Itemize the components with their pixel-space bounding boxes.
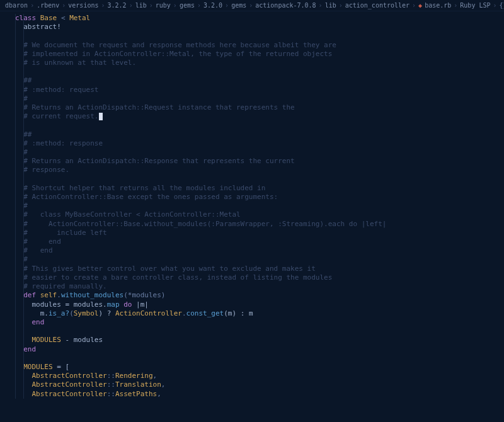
comment: # easier to create a bare controller cla… <box>23 273 332 282</box>
breadcrumb-sep: › <box>249 2 253 9</box>
comma: , <box>161 380 166 389</box>
comment: # Shortcut helper that returns all the m… <box>23 184 265 192</box>
crumb-actioncontroller[interactable]: action_controller <box>345 2 410 9</box>
keyword: end <box>23 345 36 353</box>
text-cursor <box>99 113 103 120</box>
comma: , <box>153 372 158 380</box>
class-name: Symbol <box>74 309 99 317</box>
breadcrumb-sep: › <box>149 2 153 9</box>
self: self <box>40 291 57 299</box>
breadcrumb-sep: › <box>30 2 34 9</box>
class-name: Base <box>40 14 57 22</box>
class-name: AbstractController <box>32 372 107 380</box>
code-text: modules = modules. <box>32 300 107 309</box>
breadcrumb-sep: › <box>412 2 416 9</box>
class-name: ActionController <box>115 309 182 317</box>
comment: # response. <box>23 166 69 174</box>
crumb-versions[interactable]: versions <box>68 2 98 9</box>
breadcrumb-sep: › <box>129 2 133 9</box>
comment: # This gives better control over what yo… <box>23 265 316 273</box>
comment: # include left <box>23 229 106 237</box>
method-name: without_modules <box>61 291 123 299</box>
breadcrumb-sep: › <box>62 2 66 9</box>
ruby-file-icon: ◆ <box>418 2 422 9</box>
class-name: AbstractController <box>32 390 107 398</box>
comment: # ActionController::Base.without_modules… <box>23 220 386 228</box>
class-name: AbstractController <box>32 380 107 389</box>
code-editor[interactable]: class Base < Metal abstract! # We docume… <box>0 11 504 399</box>
breadcrumb-sep: › <box>493 2 497 9</box>
code-text: - modules <box>61 336 103 344</box>
comment: # current request. <box>23 112 98 120</box>
class-name: AssetPaths <box>115 390 157 398</box>
keyword: do <box>123 300 132 309</box>
comment: # <box>23 94 28 103</box>
breadcrumb-sep: › <box>173 2 177 9</box>
code-text: m. <box>40 309 49 317</box>
constant: MODULES <box>23 363 52 371</box>
method-call: is_a? <box>49 309 69 317</box>
breadcrumb-sep: › <box>454 2 457 9</box>
crumb-lib2[interactable]: lib <box>325 2 336 9</box>
comment: # ActionController::Base except the ones… <box>23 193 278 201</box>
dot: . <box>57 291 61 299</box>
crumb-rbenv[interactable]: .rbenv <box>37 2 59 9</box>
params: (*modules) <box>123 291 165 299</box>
comment: # class MyBaseController < ActionControl… <box>23 210 240 219</box>
block-arg: |m| <box>132 300 149 309</box>
comment: # required manually. <box>23 282 106 290</box>
crumb-dbaron[interactable]: dbaron <box>5 2 28 9</box>
crumb-rubylsp[interactable]: Ruby LSP <box>460 2 490 9</box>
constant: MODULES <box>32 336 61 344</box>
method-call: map <box>107 300 120 309</box>
crumb-320[interactable]: 3.2.0 <box>203 2 222 9</box>
comment: # implemented in ActionController::Metal… <box>23 50 332 58</box>
crumb-ruby[interactable]: ruby <box>156 2 171 9</box>
comment: # <box>23 148 28 156</box>
code-text: = [ <box>53 363 70 371</box>
crumb-gems[interactable]: gems <box>180 2 195 9</box>
code-content[interactable]: class Base < Metal abstract! # We docume… <box>15 14 504 399</box>
code-text: (m) : m <box>224 309 253 317</box>
crumb-322[interactable]: 3.2.2 <box>108 2 127 9</box>
crumb-actionpack[interactable]: actionpack-7.0.8 <box>255 2 316 9</box>
class-name: Translation <box>115 380 161 389</box>
method-call: abstract! <box>23 23 61 31</box>
comment: # Returns an ActionDispatch::Request ins… <box>23 103 294 111</box>
breadcrumb: dbaron› .rbenv› versions› 3.2.2› lib› ru… <box>0 0 504 11</box>
comma: , <box>157 390 161 398</box>
namespace-icon: {} <box>500 2 504 9</box>
comment: # Returns an ActionDispatch::Response th… <box>23 157 294 165</box>
crumb-lib[interactable]: lib <box>135 2 147 9</box>
dot: . <box>182 309 186 317</box>
breadcrumb-sep: › <box>101 2 105 9</box>
breadcrumb-sep: › <box>319 2 323 9</box>
scope-op: :: <box>107 390 115 398</box>
operator: < <box>61 14 66 22</box>
scope-op: :: <box>107 372 115 380</box>
method-call: const_get <box>186 309 224 317</box>
keyword: class <box>15 14 36 22</box>
comment: # We document the request and response m… <box>23 41 336 49</box>
keyword: end <box>32 318 45 326</box>
breadcrumb-sep: › <box>197 2 201 9</box>
class-name: Rendering <box>115 372 153 380</box>
comment: # end <box>23 237 61 246</box>
comment: # :method: request <box>23 86 98 94</box>
comment: # <box>23 255 28 263</box>
comment: # is unknown at that level. <box>23 59 136 67</box>
scope-op: :: <box>107 380 115 389</box>
paren: ( <box>69 309 74 317</box>
comment: # end <box>23 246 52 254</box>
keyword: def <box>23 291 36 299</box>
comment: # :method: response <box>23 139 103 147</box>
crumb-gems2[interactable]: gems <box>231 2 246 9</box>
comment: ## <box>23 130 32 139</box>
class-name: Metal <box>69 14 90 22</box>
code-text: ) ? <box>99 309 116 317</box>
comment: ## <box>23 76 32 84</box>
breadcrumb-sep: › <box>339 2 343 9</box>
comment: # <box>23 202 28 210</box>
breadcrumb-sep: › <box>225 2 229 9</box>
crumb-baserb[interactable]: base.rb <box>425 2 451 9</box>
